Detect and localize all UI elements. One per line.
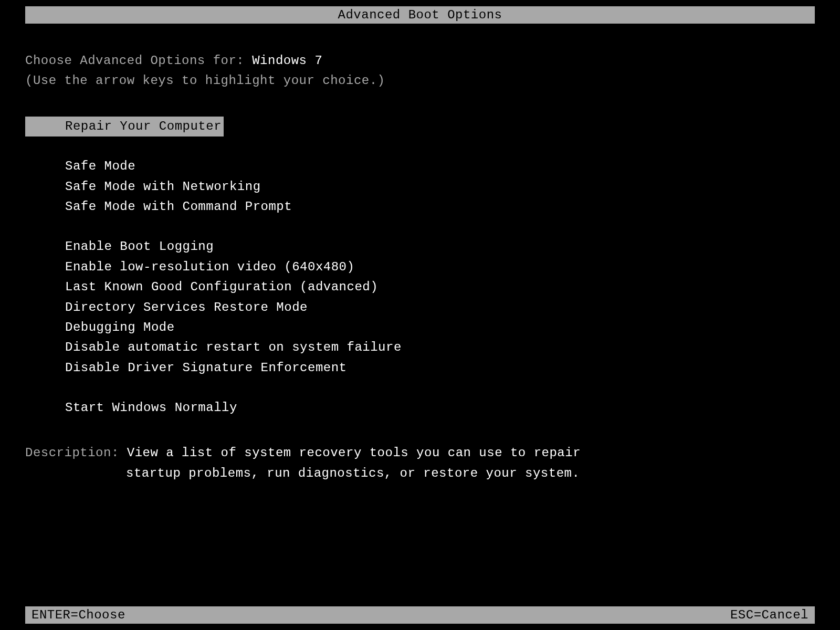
prompt-line: Choose Advanced Options for: Windows 7 <box>25 51 815 71</box>
footer-bar: ENTER=Choose ESC=Cancel <box>25 606 815 624</box>
description-line1: View a list of system recovery tools you… <box>127 446 581 460</box>
menu-item-safe-mode-command-prompt[interactable]: Safe Mode with Command Prompt <box>25 197 815 217</box>
menu-item-start-normally[interactable]: Start Windows Normally <box>25 398 815 418</box>
description-line2: startup problems, run diagnostics, or re… <box>25 464 815 484</box>
menu-item-safe-mode[interactable]: Safe Mode <box>25 156 815 176</box>
menu-item-enable-low-res-video[interactable]: Enable low-resolution video (640x480) <box>25 257 815 277</box>
prompt-prefix: Choose Advanced Options for: <box>25 54 252 68</box>
footer-esc-label: ESC=Cancel <box>730 608 808 622</box>
menu-item-debugging-mode[interactable]: Debugging Mode <box>25 318 815 338</box>
menu-list[interactable]: Repair Your Computer Safe Mode Safe Mode… <box>25 117 815 418</box>
description-label: Description: <box>25 446 127 460</box>
footer-enter-label: ENTER=Choose <box>32 608 125 622</box>
title-text: Advanced Boot Options <box>338 8 502 22</box>
boot-menu-screen: Advanced Boot Options Choose Advanced Op… <box>0 0 840 630</box>
os-name: Windows 7 <box>252 54 322 68</box>
menu-item-directory-services-restore[interactable]: Directory Services Restore Mode <box>25 298 815 318</box>
menu-item-enable-boot-logging[interactable]: Enable Boot Logging <box>25 237 815 257</box>
menu-item-disable-auto-restart[interactable]: Disable automatic restart on system fail… <box>25 338 815 358</box>
description-block: Description: View a list of system recov… <box>25 443 815 484</box>
menu-item-repair-your-computer[interactable]: Repair Your Computer <box>25 117 224 136</box>
hint-line: (Use the arrow keys to highlight your ch… <box>25 71 815 91</box>
menu-item-safe-mode-networking[interactable]: Safe Mode with Networking <box>25 177 815 197</box>
title-bar: Advanced Boot Options <box>25 6 815 24</box>
menu-item-last-known-good-config[interactable]: Last Known Good Configuration (advanced) <box>25 277 815 297</box>
menu-item-disable-driver-sig[interactable]: Disable Driver Signature Enforcement <box>25 358 815 378</box>
